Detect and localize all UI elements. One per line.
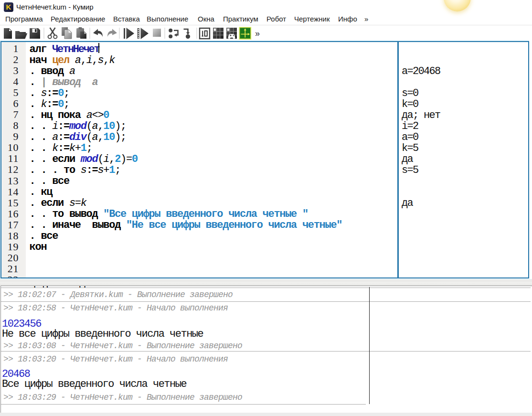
svg-text:»: » (255, 29, 260, 38)
